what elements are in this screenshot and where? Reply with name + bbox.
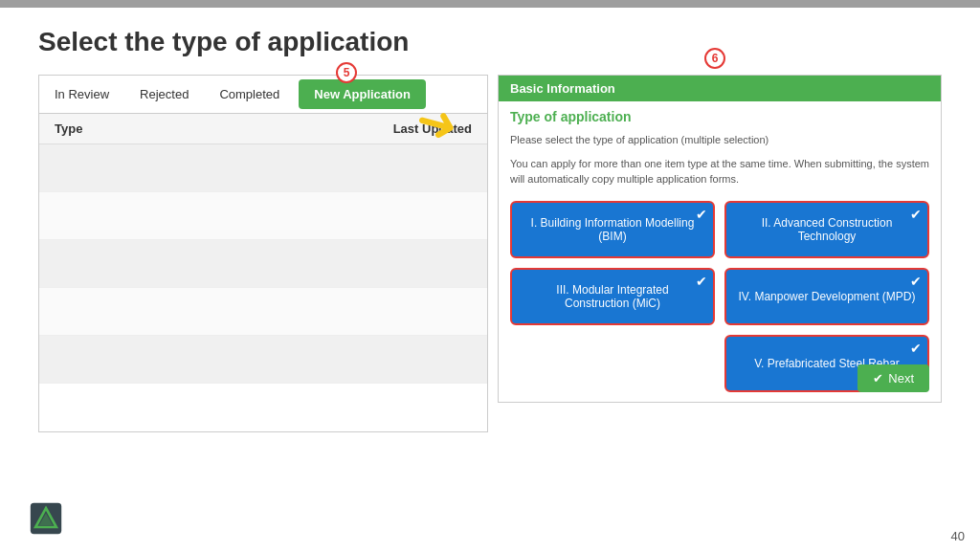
table-row <box>39 144 487 192</box>
next-btn-container: ✔ Next <box>858 364 929 392</box>
next-check-icon: ✔ <box>873 371 883 386</box>
page-title: Select the type of application <box>38 27 942 57</box>
check-icon-bim: ✔ <box>696 207 707 222</box>
right-panel-subtitle: Type of application <box>499 101 941 128</box>
table-rows <box>39 144 487 431</box>
table-row <box>39 288 487 336</box>
check-icon-mic: ✔ <box>696 274 707 289</box>
top-bar <box>0 0 980 8</box>
tab-new-application[interactable]: New Application <box>299 79 426 109</box>
check-icon-act: ✔ <box>910 207 922 222</box>
step-5-badge: 5 <box>336 62 357 83</box>
table-row <box>39 240 487 288</box>
right-panel-desc2: You can apply for more than one item typ… <box>499 152 941 191</box>
option-bim[interactable]: ✔ I. Building Information Modelling (BIM… <box>510 201 715 258</box>
step-6-badge: 6 <box>704 48 725 69</box>
tab-in-review[interactable]: In Review <box>39 77 124 111</box>
option-mic[interactable]: ✔ III. Modular Integrated Construction (… <box>510 268 715 325</box>
col-type: Type <box>55 121 82 136</box>
check-icon-mpd: ✔ <box>910 274 922 289</box>
table-row <box>39 336 487 384</box>
right-wrapper: 6 Basic Information Type of application … <box>488 75 942 432</box>
tab-completed[interactable]: Completed <box>204 77 295 111</box>
check-icon-psr: ✔ <box>910 341 922 356</box>
page-number: 40 <box>951 529 965 543</box>
tab-rejected[interactable]: Rejected <box>124 77 204 111</box>
option-mpd[interactable]: ✔ IV. Manpower Development (MPD) <box>724 268 929 325</box>
option-act[interactable]: ✔ II. Advanced Construction Technology <box>724 201 929 258</box>
logo <box>29 501 63 536</box>
right-panel-desc1: Please select the type of application (m… <box>499 128 941 152</box>
next-button[interactable]: ✔ Next <box>858 364 929 392</box>
right-panel-header: Basic Information <box>499 76 941 101</box>
table-row <box>39 192 487 240</box>
right-panel: Basic Information Type of application Pl… <box>498 75 942 403</box>
